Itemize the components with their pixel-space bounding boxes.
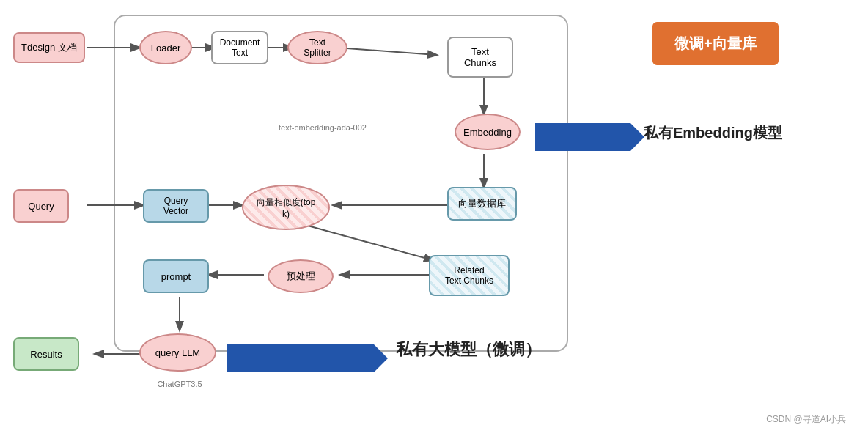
similarity-node: 向量相似度(top k) <box>242 185 330 230</box>
private-embedding-label: 私有Embedding模型 <box>644 123 782 143</box>
preprocessing-label: 预处理 <box>287 270 315 283</box>
prompt-node: prompt <box>143 259 209 293</box>
loader-label: Loader <box>151 43 180 53</box>
embedding-node: Embedding <box>455 114 521 150</box>
text-splitter-label: Text Splitter <box>304 37 331 58</box>
query-vector-label: Query Vector <box>163 196 188 216</box>
private-llm-label: 私有大模型（微调） <box>396 339 541 361</box>
embedding-label: Embedding <box>463 127 512 138</box>
related-chunks-label: Related Text Chunks <box>445 265 493 286</box>
query-llm-node: query LLM <box>139 333 216 372</box>
prompt-label: prompt <box>161 271 191 282</box>
tdesign-node: Tdesign 文档 <box>13 32 85 63</box>
llm-model-label: ChatGPT3.5 <box>136 377 224 391</box>
query-vector-node: Query Vector <box>143 189 209 223</box>
csdn-watermark: CSDN @寻道AI小兵 <box>766 413 846 426</box>
canvas: Tdesign 文档 Loader Document Text Text Spl… <box>0 0 868 436</box>
results-label: Results <box>30 349 62 360</box>
fine-tuning-box: 微调+向量库 <box>652 22 779 65</box>
embedding-blue-arrow <box>535 123 630 151</box>
related-chunks-node: Related Text Chunks <box>429 255 510 296</box>
llm-model-text: ChatGPT3.5 <box>157 380 202 388</box>
similarity-label: 向量相似度(top k) <box>257 196 316 219</box>
document-text-label: Document Text <box>220 37 260 58</box>
query-label: Query <box>28 201 54 212</box>
query-llm-label: query LLM <box>155 347 200 358</box>
vector-db-node: 向量数据库 <box>447 187 517 221</box>
preprocessing-node: 预处理 <box>268 259 334 293</box>
tdesign-label: Tdesign 文档 <box>21 41 77 54</box>
embedding-model-text: text-embedding-ada-002 <box>279 123 367 132</box>
vector-db-label: 向量数据库 <box>458 197 506 210</box>
embedding-model-label: text-embedding-ada-002 <box>249 119 396 136</box>
text-chunks-label: Text Chunks <box>464 46 496 68</box>
llm-blue-arrow <box>227 344 374 372</box>
document-text-node: Document Text <box>211 31 268 64</box>
text-chunks-node: Text Chunks <box>447 37 513 78</box>
results-node: Results <box>13 337 79 371</box>
loader-node: Loader <box>139 31 192 64</box>
text-splitter-node: Text Splitter <box>287 31 347 64</box>
query-node: Query <box>13 189 69 223</box>
